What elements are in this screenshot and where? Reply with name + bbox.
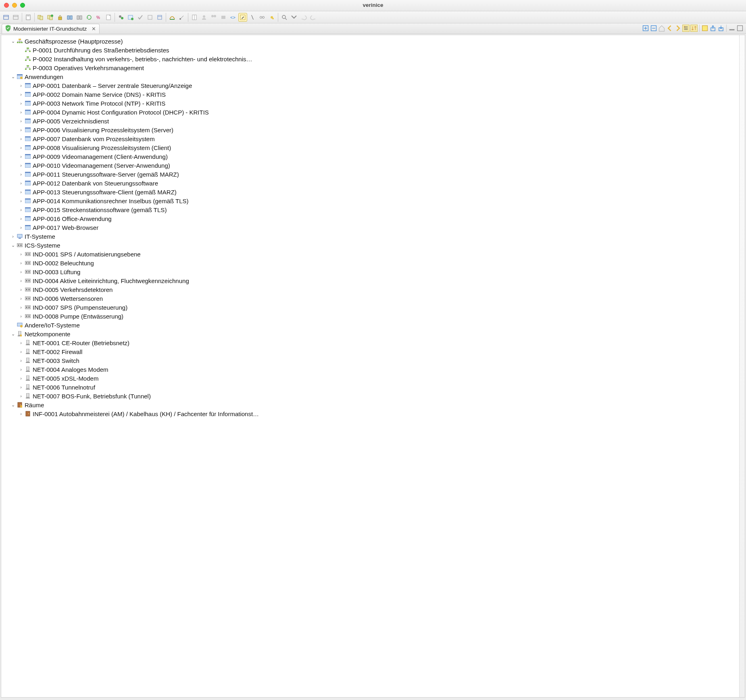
tree-node-app[interactable]: ›APP-0004 Dynamic Host Configuration Pro…	[3, 108, 745, 117]
tree-node-p0002[interactable]: P-0002 Instandhaltung von verkehrs-, bet…	[3, 54, 745, 63]
tree-node-ind[interactable]: ›IND-0003 Lüftung	[3, 267, 745, 276]
chevron-right-icon[interactable]: ›	[18, 305, 24, 310]
tree-node-app[interactable]: ›APP-0010 Videomanagement (Server-Anwend…	[3, 161, 745, 170]
chevron-right-icon[interactable]: ›	[18, 394, 24, 398]
tab-close-icon[interactable]: ✕	[92, 26, 96, 32]
toolbar-btn-19[interactable]	[190, 13, 199, 22]
search-icon[interactable]	[280, 13, 289, 22]
toolbar-btn-1[interactable]	[2, 13, 10, 22]
toolbar-btn-21[interactable]	[209, 13, 218, 22]
chevron-right-icon[interactable]: ›	[10, 234, 16, 239]
tree-node-ind[interactable]: ›IND-0004 Aktive Leiteinrichtung, Flucht…	[3, 276, 745, 285]
tree-node-anwendungen[interactable]: ⌄ Anwendungen	[3, 72, 745, 81]
minimize-view-icon[interactable]	[728, 25, 736, 32]
tree-node-app[interactable]: ›APP-0011 Steuerungssoftware-Server (gem…	[3, 170, 745, 179]
chevron-down-icon[interactable]: ⌄	[10, 39, 16, 44]
tree-node-net[interactable]: ›NET-0005 xDSL-Modem	[3, 374, 745, 383]
chevron-down-icon[interactable]: ⌄	[10, 74, 16, 79]
tree-node-netz[interactable]: ⌄ Netzkomponente	[3, 329, 745, 338]
note-icon[interactable]	[701, 25, 708, 32]
toolbar-btn-18[interactable]	[177, 13, 186, 22]
tree-node-net[interactable]: ›NET-0007 BOS-Funk, Betriebsfunk (Tunnel…	[3, 392, 745, 400]
tree-node-p0001[interactable]: P-0001 Durchführung des Straßenbetriebsd…	[3, 46, 745, 54]
toolbar-btn-16[interactable]	[155, 13, 164, 22]
tree-node-app[interactable]: ›APP-0008 Visualisierung Prozessleitsyst…	[3, 143, 745, 152]
tree-node-ind[interactable]: ›IND-0005 Verkehrsdetektoren	[3, 285, 745, 294]
toolbar-btn-8[interactable]	[75, 13, 84, 22]
chevron-right-icon[interactable]: ›	[18, 216, 24, 221]
toolbar-btn-3[interactable]	[24, 13, 33, 22]
toolbar-btn-20[interactable]	[200, 13, 208, 22]
chevron-right-icon[interactable]: ›	[18, 136, 24, 141]
filter-icon[interactable]	[682, 25, 690, 32]
tree-node-app[interactable]: ›APP-0001 Datenbank – Server zentrale St…	[3, 81, 745, 90]
chevron-down-icon[interactable]: ⌄	[10, 331, 16, 337]
maximize-view-icon[interactable]	[736, 25, 744, 32]
tree-node-ind[interactable]: ›IND-0006 Wettersensoren	[3, 294, 745, 303]
chevron-right-icon[interactable]: ›	[18, 260, 24, 265]
export-icon[interactable]	[709, 25, 717, 32]
tree-node-app[interactable]: ›APP-0013 Steuerungssoftware-Client (gem…	[3, 188, 745, 196]
chevron-right-icon[interactable]: ›	[18, 127, 24, 132]
tree-node-app[interactable]: ›APP-0014 Kommunikationsrechner Inselbus…	[3, 196, 745, 205]
toolbar-btn-24[interactable]	[248, 13, 257, 22]
tree-node-geschaeftsprozesse[interactable]: ⌄ Geschäftsprozesse (Hauptprozesse)	[3, 37, 745, 46]
chevron-right-icon[interactable]: ›	[18, 145, 24, 150]
chevron-right-icon[interactable]: ›	[18, 385, 24, 390]
chevron-down-icon[interactable]: ⌄	[10, 243, 16, 248]
chevron-right-icon[interactable]: ›	[18, 340, 24, 345]
vertical-scrollbar[interactable]	[739, 35, 745, 697]
chevron-right-icon[interactable]: ›	[18, 296, 24, 301]
tree-node-net[interactable]: ›NET-0004 Analoges Modem	[3, 365, 745, 374]
chevron-right-icon[interactable]: ›	[18, 190, 24, 194]
sort-icon[interactable]	[690, 25, 698, 32]
chevron-right-icon[interactable]: ›	[18, 411, 24, 416]
chevron-right-icon[interactable]: ›	[18, 101, 24, 106]
toolbar-btn-14[interactable]	[136, 13, 145, 22]
expand-icon[interactable]	[642, 25, 649, 32]
chevron-right-icon[interactable]: ›	[18, 207, 24, 212]
tree-node-net[interactable]: ›NET-0003 Switch	[3, 356, 745, 365]
forward-icon[interactable]	[674, 25, 681, 32]
tab-modernisierter-it-grundschutz[interactable]: Modernisierter IT-Grundschutz ✕	[2, 24, 100, 33]
toolbar-btn-6[interactable]	[56, 13, 65, 22]
chevron-right-icon[interactable]: ›	[18, 92, 24, 97]
chevron-down-icon[interactable]: ⌄	[10, 402, 16, 408]
collapse-icon[interactable]	[650, 25, 657, 32]
tree-node-app[interactable]: ›APP-0012 Datenbank von Steuerungssoftwa…	[3, 179, 745, 188]
tree-node-icssysteme[interactable]: ⌄ ICS-Systeme	[3, 241, 745, 250]
tree-node-ind[interactable]: ›IND-0008 Pumpe (Entwässerung)	[3, 312, 745, 321]
tree-node-itsysteme[interactable]: › IT-Systeme	[3, 232, 745, 241]
chevron-right-icon[interactable]: ›	[18, 225, 24, 230]
tree-node-net[interactable]: ›NET-0006 Tunnelnotruf	[3, 383, 745, 392]
tree-node-inf0001[interactable]: › INF-0001 Autobahnmeisterei (AM) / Kabe…	[3, 409, 745, 418]
toolbar-btn-7[interactable]	[65, 13, 74, 22]
toolbar-btn-5[interactable]	[46, 13, 55, 22]
toolbar-btn-25[interactable]	[258, 13, 267, 22]
toolbar-btn-12[interactable]	[117, 13, 125, 22]
import-icon[interactable]	[717, 25, 725, 32]
toolbar-btn-17[interactable]	[168, 13, 177, 22]
tree-node-app[interactable]: ›APP-0007 Datenbank vom Prozessleitsyste…	[3, 134, 745, 143]
chevron-right-icon[interactable]: ›	[18, 287, 24, 292]
tree-node-app[interactable]: ›APP-0005 Verzeichnisdienst	[3, 117, 745, 125]
chevron-right-icon[interactable]: ›	[18, 181, 24, 185]
chevron-right-icon[interactable]: ›	[18, 349, 24, 354]
toolbar-btn-23[interactable]: <>	[229, 13, 238, 22]
chevron-right-icon[interactable]: ›	[18, 110, 24, 115]
tree-node-ind[interactable]: ›IND-0002 Beleuchtung	[3, 258, 745, 267]
back-icon[interactable]	[666, 25, 673, 32]
tree-node-raeume[interactable]: ⌄ Räume	[3, 400, 745, 409]
toolbar-btn-2[interactable]	[11, 13, 20, 22]
toolbar-btn-22[interactable]	[219, 13, 228, 22]
tree-node-app[interactable]: ›APP-0017 Web-Browser	[3, 223, 745, 232]
chevron-right-icon[interactable]: ›	[18, 314, 24, 319]
chevron-right-icon[interactable]: ›	[18, 358, 24, 363]
chevron-right-icon[interactable]: ›	[18, 83, 24, 88]
toolbar-btn-26[interactable]	[267, 13, 276, 22]
toolbar-btn-edit[interactable]	[238, 13, 247, 22]
chevron-right-icon[interactable]: ›	[18, 163, 24, 168]
tree-node-app[interactable]: ›APP-0016 Office-Anwendung	[3, 214, 745, 223]
toolbar-btn-11[interactable]	[104, 13, 113, 22]
home-icon[interactable]	[658, 25, 665, 32]
